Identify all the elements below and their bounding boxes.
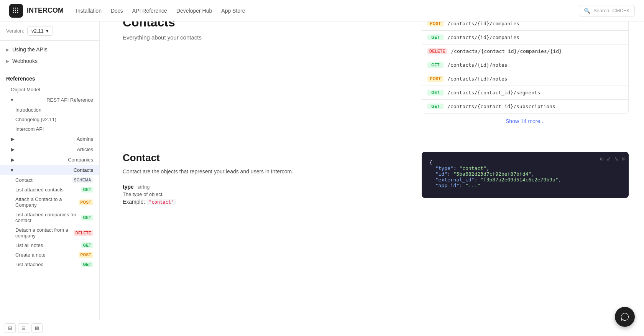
example-value: "contact"	[146, 199, 176, 205]
schema-badge: SCHEMA	[72, 177, 93, 183]
method-badge-get: GET	[427, 35, 444, 40]
sidebar-item-label: Companies	[68, 157, 93, 163]
svg-rect-2	[17, 7, 18, 8]
sidebar-item-webhooks[interactable]: ▶ Webhooks	[0, 55, 99, 67]
ops-item-5[interactable]: POST /contacts/{id}/notes	[422, 72, 628, 86]
version-bar: Version: v2.11 ▾	[0, 21, 99, 41]
code-expand-icon[interactable]: ⊡	[600, 156, 603, 162]
references-label: References	[6, 76, 35, 82]
sidebar: Version: v2.11 ▾ ▶ Using the APIs ▶ Webh…	[0, 21, 100, 228]
ops-path: /contacts/{id}/companies	[447, 35, 519, 40]
sidebar-item-attach-contact[interactable]: Attach a Contact to a Company POST	[0, 194, 99, 210]
logo-icon	[9, 4, 23, 18]
code-fullscreen-icon[interactable]: ⤢	[606, 156, 611, 162]
sidebar-item-label: Intercom API	[15, 126, 44, 132]
nav-docs[interactable]: Docs	[111, 8, 123, 14]
ops-path: /contacts/{id}/notes	[447, 76, 508, 82]
field-example: Example: "contact"	[123, 199, 629, 205]
svg-rect-7	[15, 12, 16, 13]
sidebar-item-label: Changelog (v2.11)	[15, 117, 56, 122]
chevron-down-icon: ▾	[46, 28, 49, 34]
method-badge-get: GET	[427, 104, 444, 109]
show-more-button[interactable]: Show 14 more...	[422, 114, 629, 129]
sidebar-item-label: Webhooks	[12, 58, 38, 64]
sidebar-item-detach-contact[interactable]: Detach a contact from a company DELETE	[0, 225, 99, 228]
nav-installation[interactable]: Installation	[76, 8, 102, 14]
get-badge: GET	[81, 187, 93, 193]
contacts-children: Contact SCHEMA List attached contacts GE…	[0, 175, 99, 228]
ops-path: /contacts/{contact_id}/companies/{id}	[451, 48, 562, 54]
sidebar-item-introduction[interactable]: Introduction	[0, 105, 99, 115]
sidebar-references: References Object Model ▾ REST API Refer…	[0, 70, 99, 228]
ops-item-6[interactable]: GET /contacts/{contact_id}/segments	[422, 86, 628, 100]
sidebar-item-list-attached-contacts[interactable]: List attached contacts GET	[0, 185, 99, 194]
post-badge: POST	[79, 199, 93, 205]
ops-item-3[interactable]: DELETE /contacts/{contact_id}/companies/…	[422, 44, 628, 58]
topnav: INTERCOM Installation Docs API Reference…	[0, 0, 644, 21]
sidebar-item-label: List attached contacts	[15, 187, 64, 193]
method-badge-get: GET	[427, 62, 444, 68]
search-icon: 🔍	[584, 8, 590, 14]
sidebar-item-contact[interactable]: Contact SCHEMA	[0, 175, 99, 185]
version-label: Version:	[6, 28, 24, 34]
sidebar-item-using-apis[interactable]: ▶ Using the APIs	[0, 44, 99, 55]
main-content: Operations GET /companies/{id}/contacts …	[100, 0, 644, 228]
sidebar-item-rest-api[interactable]: ▾ REST API Reference	[0, 95, 99, 105]
sidebar-item-label: Contacts	[74, 167, 93, 173]
sidebar-item-contacts[interactable]: ▾ Contacts	[0, 165, 99, 175]
sidebar-item-label: List attached companies for contact	[15, 212, 81, 223]
chevron-down-icon: ▾	[11, 97, 13, 103]
svg-rect-5	[17, 10, 18, 11]
nav-app-store[interactable]: App Store	[221, 8, 245, 14]
field-type: string	[138, 184, 150, 190]
chevron-down-icon: ▾	[11, 167, 13, 173]
code-collapse-icon[interactable]: ⤡	[614, 156, 619, 162]
search-shortcut: CMD+K	[612, 8, 630, 13]
rest-api-children: Introduction Changelog (v2.11) Intercom …	[0, 105, 99, 134]
chevron-right-icon: ▶	[11, 147, 15, 152]
svg-rect-4	[15, 10, 16, 11]
logo[interactable]: INTERCOM	[9, 4, 64, 18]
ops-path: /contacts/{id}/notes	[447, 62, 508, 68]
sidebar-item-label: Admins	[77, 136, 93, 142]
code-panel: ⊡ ⤢ ⤡ ⎘ { "type": "contact", "id": "5ba6…	[422, 152, 629, 198]
sidebar-item-admins[interactable]: ▶ Admins	[0, 134, 99, 144]
version-select[interactable]: v2.11 ▾	[27, 26, 53, 36]
sidebar-item-list-attached-companies[interactable]: List attached companies for contact GET	[0, 210, 99, 225]
brand-name: INTERCOM	[27, 7, 64, 15]
svg-rect-1	[15, 7, 16, 8]
ops-path: /contacts/{contact_id}/subscriptions	[447, 104, 555, 109]
search-placeholder: Search	[593, 8, 609, 13]
nav-links: Installation Docs API Reference Develope…	[76, 8, 245, 14]
sidebar-item-label: Object Model	[11, 87, 40, 92]
sidebar-item-companies[interactable]: ▶ Companies	[0, 155, 99, 165]
search-box[interactable]: 🔍 Search CMD+K	[579, 5, 635, 16]
ops-path: /contacts/{contact_id}/segments	[447, 90, 540, 96]
sidebar-item-label: REST API Reference	[46, 97, 93, 103]
nav-api-reference[interactable]: API Reference	[132, 8, 167, 14]
nav-developer-hub[interactable]: Developer Hub	[176, 8, 212, 14]
ops-path: /contacts/{id}/companies	[447, 21, 519, 26]
method-badge-get: GET	[427, 90, 444, 96]
method-badge-post: POST	[427, 21, 444, 26]
sidebar-item-label: Using the APIs	[12, 46, 48, 53]
ops-item-2[interactable]: GET /contacts/{id}/companies	[422, 31, 628, 44]
field-name: type	[123, 184, 134, 190]
sidebar-item-object-model[interactable]: Object Model	[0, 84, 99, 95]
contact-section: ⊡ ⤢ ⤡ ⎘ { "type": "contact", "id": "5ba6…	[123, 152, 629, 212]
code-toolbar: ⊡ ⤢ ⤡ ⎘	[600, 156, 625, 162]
ops-item-4[interactable]: GET /contacts/{id}/notes	[422, 58, 628, 72]
chevron-right-icon: ▶	[11, 136, 15, 142]
sidebar-item-intercom-api[interactable]: Intercom API	[0, 124, 99, 134]
sidebar-item-label: Introduction	[15, 107, 41, 113]
sidebar-item-changelog[interactable]: Changelog (v2.11)	[0, 115, 99, 124]
contacts-section: Operations GET /companies/{id}/contacts …	[123, 15, 629, 129]
svg-rect-8	[17, 12, 18, 13]
ops-item-7[interactable]: GET /contacts/{contact_id}/subscriptions	[422, 100, 628, 113]
sidebar-item-articles[interactable]: ▶ Articles	[0, 144, 99, 155]
sidebar-references-header: References	[0, 73, 99, 84]
method-badge-post: POST	[427, 76, 444, 82]
sidebar-item-label: Contact	[15, 177, 33, 183]
sidebar-item-label: Attach a Contact to a Company	[15, 196, 79, 208]
code-copy-icon[interactable]: ⎘	[622, 156, 625, 162]
